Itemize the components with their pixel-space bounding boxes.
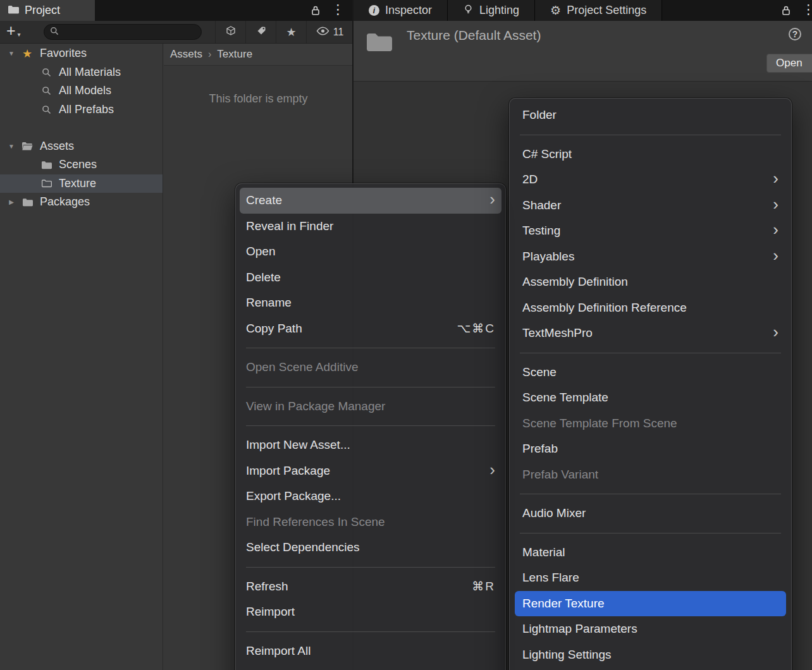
menu-item-folder[interactable]: Folder: [515, 102, 786, 128]
menu-item-label: Material: [522, 545, 778, 559]
star-icon: ★: [286, 25, 296, 39]
menu-item-view-in-package-manager[interactable]: View in Package Manager: [240, 394, 501, 420]
menu-item-rename[interactable]: Rename: [240, 290, 501, 316]
menu-separator: [520, 494, 781, 494]
sidebar-label: All Models: [59, 84, 111, 97]
menu-item-open-scene-additive[interactable]: Open Scene Additive: [240, 355, 501, 381]
menu-item-import-new-asset[interactable]: Import New Asset...: [240, 432, 501, 458]
window-tab-bar: Project ⋮ i Inspector Lighting ⚙ Project…: [0, 0, 812, 21]
menu-item-find-references-in-scene[interactable]: Find References In Scene: [240, 509, 501, 535]
submenu-chevron-icon: ›: [773, 196, 778, 212]
triangle-closed-icon[interactable]: ▶: [6, 198, 16, 205]
tab-lighting[interactable]: Lighting: [448, 0, 535, 21]
menu-item-label: View in Package Manager: [246, 399, 495, 413]
menu-separator: [246, 387, 495, 387]
open-asset-button[interactable]: Open: [766, 54, 812, 73]
folder-icon: [39, 161, 54, 169]
menu-item-label: Create: [246, 193, 481, 207]
chevron-right-icon: ›: [208, 49, 211, 60]
menu-item-open[interactable]: Open: [240, 239, 501, 265]
folder-icon: [8, 4, 19, 17]
menu-item-copy-path[interactable]: Copy Path ⌥⌘C: [240, 316, 501, 342]
create-asset-button[interactable]: + ▾: [0, 23, 26, 40]
sidebar-item-packages[interactable]: ▶ Packages: [0, 193, 163, 212]
menu-item-shader[interactable]: Shader ›: [515, 193, 786, 219]
breadcrumb-root[interactable]: Assets: [170, 48, 202, 61]
menu-item-reimport-all[interactable]: Reimport All: [240, 638, 501, 664]
search-by-type-button[interactable]: [215, 21, 245, 43]
sidebar-item-all-prefabs[interactable]: All Prefabs: [0, 100, 163, 119]
menu-item-refresh[interactable]: Refresh ⌘R: [240, 574, 501, 600]
menu-item-prefab-variant[interactable]: Prefab Variant: [515, 462, 786, 488]
save-search-button[interactable]: ★: [276, 21, 306, 43]
menu-item-export-package[interactable]: Export Package...: [240, 484, 501, 509]
menu-item-scene[interactable]: Scene: [515, 360, 786, 386]
menu-item-label: Render Texture: [522, 597, 778, 611]
menu-item-assembly-definition-reference[interactable]: Assembly Definition Reference: [515, 295, 786, 321]
sidebar-item-scenes[interactable]: Scenes: [0, 155, 163, 174]
tag-icon: [256, 26, 266, 39]
tab-project-settings[interactable]: ⚙ Project Settings: [535, 0, 662, 21]
sidebar-item-texture[interactable]: Texture: [0, 174, 163, 193]
menu-item-lightmap-parameters[interactable]: Lightmap Parameters: [515, 616, 786, 642]
menu-item-material[interactable]: Material: [515, 540, 786, 566]
menu-item-c-script[interactable]: C# Script: [515, 142, 786, 168]
chevron-down-icon: ▾: [18, 31, 21, 38]
menu-item-label: TextMeshPro: [522, 326, 764, 340]
sidebar-item-assets[interactable]: ▼ Assets: [0, 137, 163, 156]
menu-item-lens-flare[interactable]: Lens Flare: [515, 565, 786, 591]
search-field[interactable]: [44, 24, 202, 40]
menu-item-label: Rename: [246, 296, 495, 310]
menu-item-render-texture[interactable]: Render Texture: [515, 591, 786, 617]
search-by-label-button[interactable]: [245, 21, 276, 43]
menu-item-lighting-settings[interactable]: Lighting Settings: [515, 642, 786, 668]
menu-item-scene-template-from-scene[interactable]: Scene Template From Scene: [515, 411, 786, 437]
sidebar-item-favorites[interactable]: ▼ ★ Favorites: [0, 44, 163, 63]
tab-inspector[interactable]: i Inspector: [354, 0, 448, 21]
cube-icon: [226, 26, 236, 39]
triangle-open-icon[interactable]: ▼: [6, 50, 16, 57]
menu-item-label: Reveal in Finder: [246, 219, 495, 233]
menu-item-label: Playables: [522, 250, 764, 264]
menu-item-reimport[interactable]: Reimport: [240, 599, 501, 625]
triangle-open-icon[interactable]: ▼: [6, 143, 16, 150]
search-icon: [39, 86, 54, 95]
sidebar-item-all-materials[interactable]: All Materials: [0, 63, 163, 82]
tab-project-label: Project: [25, 4, 60, 17]
context-menu: Create › Reveal in Finder Open Delete Re…: [235, 183, 506, 670]
menu-item-assembly-definition[interactable]: Assembly Definition: [515, 269, 786, 295]
help-icon[interactable]: ?: [789, 28, 801, 40]
menu-item-2d[interactable]: 2D ›: [515, 167, 786, 193]
menu-item-audio-mixer[interactable]: Audio Mixer: [515, 501, 786, 527]
right-panel-tab-bar: i Inspector Lighting ⚙ Project Settings: [354, 0, 662, 21]
light-bulb-icon: [463, 4, 474, 18]
menu-item-create[interactable]: Create ›: [240, 188, 501, 214]
sidebar-label: Packages: [40, 195, 90, 209]
menu-item-select-dependencies[interactable]: Select Dependencies: [240, 535, 501, 561]
menu-item-import-package[interactable]: Import Package ›: [240, 458, 501, 484]
tab-project[interactable]: Project: [0, 0, 95, 21]
menu-item-playables[interactable]: Playables ›: [515, 244, 786, 270]
tab-project-settings-label: Project Settings: [567, 4, 646, 17]
lock-icon[interactable]: [782, 5, 790, 18]
sidebar-label: All Materials: [59, 66, 121, 79]
menu-item-label: Open: [246, 245, 495, 259]
sidebar-item-all-models[interactable]: All Models: [0, 82, 163, 100]
kebab-menu-icon[interactable]: ⋮: [331, 2, 345, 17]
menu-item-delete[interactable]: Delete: [240, 265, 501, 291]
menu-item-label: C# Script: [522, 147, 778, 161]
hidden-count-button[interactable]: 11: [306, 21, 353, 43]
menu-item-reveal-in-finder[interactable]: Reveal in Finder: [240, 214, 501, 240]
lock-icon[interactable]: [311, 5, 320, 18]
menu-item-label: Scene: [522, 365, 778, 379]
menu-item-textmeshpro[interactable]: TextMeshPro ›: [515, 320, 786, 346]
menu-item-prefab[interactable]: Prefab: [515, 436, 786, 462]
menu-item-scene-template[interactable]: Scene Template: [515, 385, 786, 411]
search-input[interactable]: [63, 26, 195, 38]
tab-inspector-label: Inspector: [385, 4, 432, 17]
kebab-menu-icon[interactable]: ⋮: [802, 2, 812, 17]
eye-icon: [316, 27, 329, 38]
breadcrumb-current[interactable]: Texture: [217, 48, 252, 61]
menu-item-label: Find References In Scene: [246, 515, 495, 529]
menu-item-testing[interactable]: Testing ›: [515, 218, 786, 244]
